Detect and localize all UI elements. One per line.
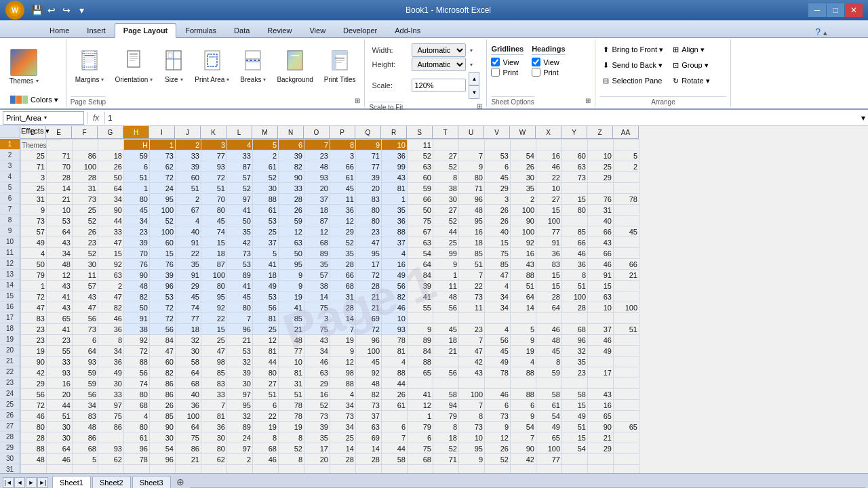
cell-8-R[interactable]: 36 bbox=[382, 216, 408, 226]
cell-30-Z[interactable] bbox=[588, 454, 614, 465]
cell-11-X[interactable]: 36 bbox=[536, 248, 562, 259]
cell-22-G[interactable]: 49 bbox=[98, 367, 124, 378]
cell-18-E[interactable]: 41 bbox=[47, 324, 73, 335]
size-button[interactable]: Size▾ bbox=[159, 42, 189, 91]
cell-3-W[interactable]: 26 bbox=[511, 161, 536, 172]
cell-10-L[interactable]: 42 bbox=[227, 237, 253, 248]
cell-24-V[interactable]: 46 bbox=[485, 389, 511, 400]
cell-30-X[interactable]: 77 bbox=[536, 454, 562, 465]
cell-27-H[interactable]: 80 bbox=[124, 422, 150, 432]
cell-20-Q[interactable]: 100 bbox=[356, 346, 382, 357]
cell-19-V[interactable]: 56 bbox=[485, 335, 511, 346]
cell-26-T[interactable]: 79 bbox=[433, 411, 459, 422]
sheet-tab-1[interactable]: Sheet1 bbox=[52, 476, 91, 488]
cell-3-H[interactable]: 6 bbox=[124, 161, 150, 172]
cell-1-N[interactable]: 6 bbox=[279, 140, 304, 150]
cell-17-AA[interactable] bbox=[614, 313, 639, 324]
cell-16-R[interactable]: 46 bbox=[382, 302, 408, 313]
cell-9-S[interactable]: 67 bbox=[408, 226, 433, 237]
cell-20-Y[interactable]: 32 bbox=[562, 346, 588, 357]
cell-29-L[interactable]: 97 bbox=[227, 443, 253, 454]
cell-29-T[interactable]: 52 bbox=[433, 443, 459, 454]
cell-27-I[interactable]: 90 bbox=[150, 422, 176, 432]
cell-18-W[interactable]: 5 bbox=[511, 324, 536, 335]
cell-28-P[interactable]: 25 bbox=[330, 432, 356, 443]
cell-5-X[interactable]: 10 bbox=[536, 183, 562, 194]
cell-23-X[interactable] bbox=[536, 378, 562, 389]
cell-1-Z[interactable] bbox=[588, 140, 614, 150]
cell-17-Q[interactable]: 69 bbox=[356, 313, 382, 324]
cell-30-J[interactable]: 21 bbox=[176, 454, 201, 465]
row-num-28[interactable]: 28 bbox=[0, 432, 20, 443]
cell-31-M[interactable] bbox=[253, 465, 279, 474]
cell-31-K[interactable] bbox=[201, 465, 227, 474]
cell-28-U[interactable]: 10 bbox=[459, 432, 485, 443]
cell-12-AA[interactable]: 66 bbox=[614, 259, 639, 270]
cell-25-Q[interactable]: 73 bbox=[356, 400, 382, 411]
formula-input[interactable] bbox=[108, 111, 859, 125]
cell-24-U[interactable]: 100 bbox=[459, 389, 485, 400]
cell-11-L[interactable]: 73 bbox=[227, 248, 253, 259]
cell-1-V[interactable] bbox=[485, 140, 511, 150]
cell-14-D[interactable]: 1 bbox=[21, 281, 47, 291]
scale-expand[interactable]: ⊞ bbox=[477, 102, 482, 110]
cell-28-D[interactable]: 28 bbox=[21, 432, 47, 443]
cell-3-V[interactable]: 6 bbox=[485, 161, 511, 172]
cell-15-Z[interactable]: 63 bbox=[588, 291, 614, 302]
cell-20-M[interactable]: 81 bbox=[253, 346, 279, 357]
cell-6-Z[interactable]: 76 bbox=[588, 194, 614, 205]
cell-28-AA[interactable] bbox=[614, 432, 639, 443]
cell-3-AA[interactable]: 2 bbox=[614, 161, 639, 172]
col-header-Q[interactable]: Q bbox=[355, 126, 381, 138]
cell-14-M[interactable]: 49 bbox=[253, 281, 279, 291]
col-header-X[interactable]: X bbox=[536, 126, 561, 138]
cell-10-I[interactable]: 60 bbox=[150, 237, 176, 248]
cell-8-U[interactable]: 95 bbox=[459, 216, 485, 226]
cell-23-N[interactable]: 31 bbox=[279, 378, 304, 389]
row-num-24[interactable]: 24 bbox=[0, 388, 20, 399]
cell-21-X[interactable]: 8 bbox=[536, 357, 562, 367]
cell-17-F[interactable]: 56 bbox=[73, 313, 98, 324]
cell-11-Q[interactable]: 95 bbox=[356, 248, 382, 259]
col-header-Z[interactable]: Z bbox=[587, 126, 613, 138]
cell-20-I[interactable]: 47 bbox=[150, 346, 176, 357]
cell-6-L[interactable]: 97 bbox=[227, 194, 253, 205]
cell-20-W[interactable]: 19 bbox=[511, 346, 536, 357]
cell-30-I[interactable]: 96 bbox=[150, 454, 176, 465]
cell-16-Z[interactable]: 10 bbox=[588, 302, 614, 313]
row-num-1[interactable]: 1 bbox=[0, 139, 20, 150]
sheet-next-button[interactable]: ► bbox=[26, 477, 37, 488]
cell-27-V[interactable]: 9 bbox=[485, 422, 511, 432]
cell-29-O[interactable]: 17 bbox=[304, 443, 330, 454]
cell-5-Q[interactable]: 20 bbox=[356, 183, 382, 194]
cell-4-E[interactable]: 28 bbox=[47, 172, 73, 183]
row-num-13[interactable]: 13 bbox=[0, 269, 20, 280]
cell-3-T[interactable]: 52 bbox=[433, 161, 459, 172]
cell-14-P[interactable]: 68 bbox=[330, 281, 356, 291]
cell-6-P[interactable]: 11 bbox=[330, 194, 356, 205]
cell-9-H[interactable]: 23 bbox=[124, 226, 150, 237]
cell-27-N[interactable]: 19 bbox=[279, 422, 304, 432]
cell-30-N[interactable]: 8 bbox=[279, 454, 304, 465]
cell-2-D[interactable]: 25 bbox=[21, 150, 47, 161]
cell-23-P[interactable]: 88 bbox=[330, 378, 356, 389]
cell-27-Q[interactable]: 63 bbox=[356, 422, 382, 432]
cell-17-G[interactable]: 46 bbox=[98, 313, 124, 324]
cell-14-L[interactable]: 41 bbox=[227, 281, 253, 291]
cell-12-T[interactable]: 9 bbox=[433, 259, 459, 270]
cell-14-AA[interactable] bbox=[614, 281, 639, 291]
row-num-17[interactable]: 17 bbox=[0, 312, 20, 323]
cell-25-Z[interactable]: 16 bbox=[588, 400, 614, 411]
cell-5-P[interactable]: 45 bbox=[330, 183, 356, 194]
cell-24-Q[interactable]: 82 bbox=[356, 389, 382, 400]
cell-23-J[interactable]: 68 bbox=[176, 378, 201, 389]
scale-input[interactable] bbox=[412, 79, 466, 92]
cell-30-U[interactable]: 9 bbox=[459, 454, 485, 465]
cell-11-AA[interactable] bbox=[614, 248, 639, 259]
cell-31-W[interactable] bbox=[511, 465, 536, 474]
cell-29-N[interactable]: 52 bbox=[279, 443, 304, 454]
cell-29-Z[interactable]: 29 bbox=[588, 443, 614, 454]
cell-12-I[interactable]: 76 bbox=[150, 259, 176, 270]
cell-29-E[interactable]: 64 bbox=[47, 443, 73, 454]
cell-29-Y[interactable]: 54 bbox=[562, 443, 588, 454]
